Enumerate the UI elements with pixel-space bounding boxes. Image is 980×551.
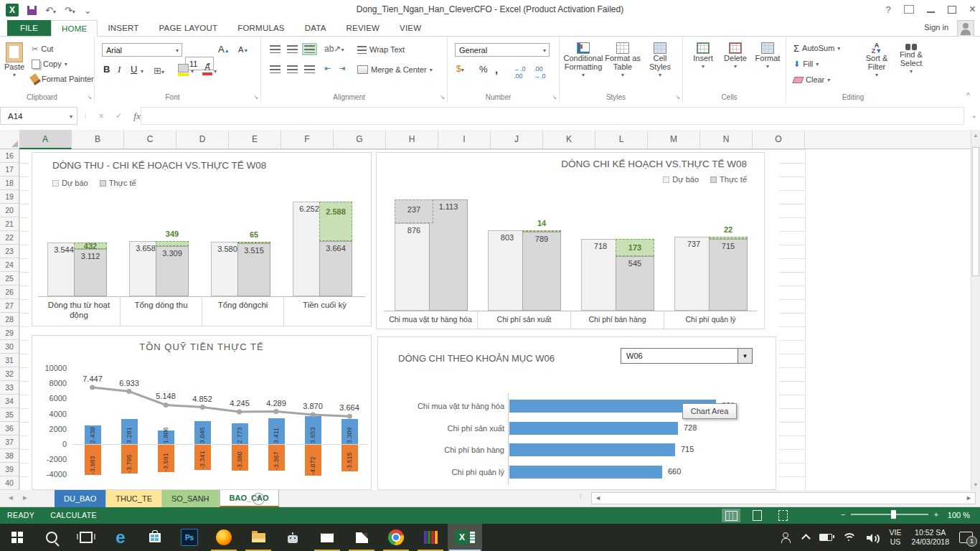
spend-bar[interactable] <box>509 466 662 479</box>
tab-insert[interactable]: INSERT <box>98 20 149 36</box>
bar-actual[interactable] <box>522 232 561 311</box>
underline-dropdown-icon[interactable]: ▾ <box>141 68 143 75</box>
tab-view[interactable]: VIEW <box>390 20 431 36</box>
increase-indent-icon[interactable]: ⇥ <box>339 64 345 73</box>
bottom-align-icon[interactable] <box>304 45 315 53</box>
row-header-39[interactable]: 39 <box>0 463 19 476</box>
sign-in-link[interactable]: Sign in <box>924 23 948 32</box>
sheet-tab-thuc_te[interactable]: THUC_TE <box>106 490 162 507</box>
close-icon[interactable]: × <box>969 3 976 16</box>
expand-formula-bar-icon[interactable]: ⌄ <box>971 111 977 119</box>
align-right-icon[interactable] <box>304 65 315 73</box>
cut-button[interactable]: ✂ Cut <box>32 43 53 55</box>
column-header-A[interactable]: A <box>19 130 72 149</box>
find-select-button[interactable]: Find & Select▾ <box>895 42 927 76</box>
number-format-combo[interactable]: General▾ <box>455 43 550 57</box>
taskbar-video-app[interactable] <box>344 524 379 551</box>
diff-block[interactable] <box>522 230 561 232</box>
column-header-K[interactable]: K <box>543 130 595 149</box>
number-dialog-launcher-icon[interactable]: ↘ <box>552 94 557 100</box>
calculate-indicator[interactable]: CALCULATE <box>50 511 97 519</box>
cell-styles-button[interactable]: Cell Styles▾ <box>643 42 677 80</box>
column-header-D[interactable]: D <box>176 130 229 149</box>
italic-button[interactable]: I <box>118 64 121 75</box>
styles-dialog-launcher-icon[interactable]: ↘ <box>675 94 680 100</box>
column-header-B[interactable]: B <box>72 130 124 149</box>
tab-data[interactable]: DATA <box>295 20 336 36</box>
column-header-J[interactable]: J <box>491 130 543 149</box>
scroll-left-icon[interactable]: ◄ <box>595 494 601 501</box>
select-all-corner[interactable] <box>0 130 20 149</box>
name-box-dropdown-icon[interactable]: ▾ <box>70 113 72 120</box>
row-header-16[interactable]: 16 <box>0 149 19 163</box>
shrink-font-button[interactable]: A▼ <box>238 45 248 54</box>
taskbar-photoshop[interactable]: Ps <box>172 524 207 551</box>
column-header-O[interactable]: O <box>753 130 805 149</box>
row-header-33[interactable]: 33 <box>0 381 19 395</box>
borders-button[interactable]: ⊞▾ <box>154 65 164 76</box>
enter-icon[interactable]: ✓ <box>116 111 122 121</box>
scroll-down-icon[interactable]: ▼ <box>971 482 980 487</box>
fill-color-button[interactable] <box>178 64 189 76</box>
format-painter-button[interactable]: Format Painter <box>32 73 94 85</box>
autosum-button[interactable]: Σ AutoSum▾ <box>793 42 840 54</box>
bar-actual[interactable] <box>429 199 468 311</box>
cancel-icon[interactable]: × <box>99 110 105 121</box>
legend-item[interactable]: Dự báo <box>52 179 88 187</box>
orientation-icon[interactable]: ab↗▾ <box>324 44 344 54</box>
bold-button[interactable]: B <box>103 64 110 75</box>
font-dialog-launcher-icon[interactable]: ↘ <box>253 94 258 100</box>
formula-input[interactable] <box>141 107 964 125</box>
column-header-G[interactable]: G <box>334 130 386 149</box>
help-icon[interactable]: ? <box>885 4 890 15</box>
row-header-24[interactable]: 24 <box>0 258 19 272</box>
taskbar-winrar[interactable] <box>413 524 448 551</box>
taskbar-store[interactable] <box>138 524 172 551</box>
row-header-38[interactable]: 38 <box>0 449 19 463</box>
delete-cells-button[interactable]: Delete▾ <box>720 42 750 71</box>
underline-button[interactable]: U <box>131 64 137 75</box>
legend-item[interactable]: Thực tế <box>710 175 747 184</box>
scroll-right-icon[interactable]: ► <box>966 494 972 501</box>
horizontal-scrollbar[interactable]: ◄ ► <box>591 492 976 504</box>
format-as-table-button[interactable]: Format as Table▾ <box>604 42 641 80</box>
clear-button[interactable]: Clear▾ <box>793 74 830 85</box>
fill-button[interactable]: ⬇ Fill▾ <box>793 58 819 70</box>
column-header-N[interactable]: N <box>700 130 753 149</box>
font-name-combo[interactable]: Arial▾ <box>102 43 182 57</box>
page-break-view-button[interactable] <box>773 509 792 522</box>
clipboard-dialog-launcher-icon[interactable]: ↘ <box>87 94 92 100</box>
collapse-ribbon-icon[interactable]: ^ <box>966 92 970 100</box>
copy-button[interactable]: Copy▾ <box>32 58 67 70</box>
row-header-40[interactable]: 40 <box>0 476 19 490</box>
diff-block[interactable] <box>237 242 270 243</box>
taskbar-firefox[interactable] <box>207 524 241 551</box>
taskbar-search-button[interactable] <box>34 524 69 551</box>
zoom-out-icon[interactable]: − <box>841 510 845 519</box>
taskbar-robot-app[interactable] <box>275 524 310 551</box>
battery-icon[interactable] <box>819 534 832 541</box>
taskbar-mail[interactable] <box>310 524 344 551</box>
speaker-icon[interactable] <box>867 533 880 542</box>
column-header-I[interactable]: I <box>438 130 491 149</box>
legend-item[interactable]: Thực tế <box>100 179 136 187</box>
column-header-M[interactable]: M <box>648 130 700 149</box>
row-header-19[interactable]: 19 <box>0 190 19 204</box>
taskbar-excel-active[interactable]: X <box>448 524 482 551</box>
action-center-icon[interactable]: 1 <box>959 532 973 543</box>
decrease-decimal-icon[interactable]: .00→.0 <box>534 65 546 80</box>
tab-formulas[interactable]: FORMULAS <box>227 20 295 36</box>
sort-filter-button[interactable]: AZ▼ Sort & Filter▾ <box>861 42 892 80</box>
grip-dots-icon[interactable]: ⁞ <box>85 113 88 120</box>
wifi-icon[interactable] <box>842 533 857 542</box>
comma-style-icon[interactable]: , <box>495 64 498 75</box>
taskbar-chrome[interactable] <box>379 524 413 551</box>
percent-style-icon[interactable]: % <box>479 64 488 75</box>
vertical-scroll-thumb[interactable] <box>972 147 979 276</box>
row-header-32[interactable]: 32 <box>0 367 19 381</box>
wrap-text-button[interactable]: Wrap Text <box>357 44 405 55</box>
diff-block[interactable] <box>709 237 748 239</box>
chart-chi-theo-khoan-muc[interactable]: DÒNG CHI THEO KHOẢN MỤC W06W06▼Chi mua v… <box>377 336 776 490</box>
chart-ton-quy-tien[interactable]: TỒN QUỸ TIỀN THỰC TẾ10000800060004000200… <box>32 335 372 490</box>
row-header-22[interactable]: 22 <box>0 231 19 245</box>
